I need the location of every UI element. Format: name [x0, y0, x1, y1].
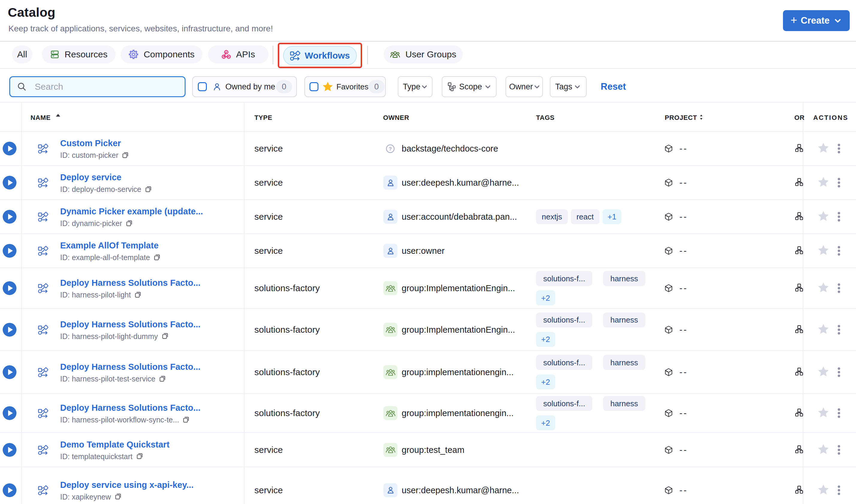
svg-text:?: ?	[389, 146, 392, 151]
